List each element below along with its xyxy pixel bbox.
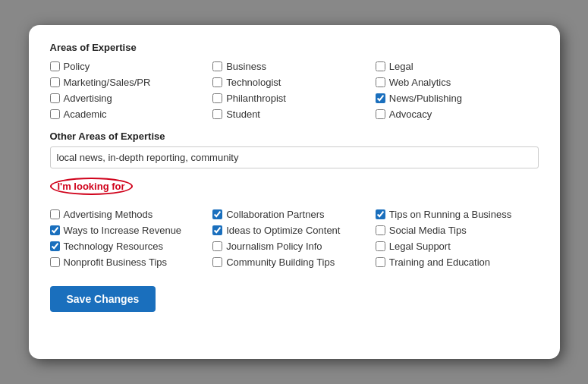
looking-for-checkbox[interactable]: [212, 241, 222, 251]
looking-for-checkbox[interactable]: [212, 209, 222, 219]
checkbox-item: Policy: [50, 61, 213, 72]
area-checkbox[interactable]: [376, 61, 385, 71]
area-checkbox[interactable]: [212, 93, 222, 103]
other-input[interactable]: [50, 146, 539, 168]
area-checkbox[interactable]: [50, 77, 60, 87]
looking-for-label-item: Social Media Tips: [389, 225, 467, 236]
checkbox-item: Academic: [50, 109, 213, 120]
checkbox-item: Technology Resources: [50, 241, 213, 252]
area-checkbox[interactable]: [376, 109, 385, 119]
looking-for-label-item: Nonprofit Business Tips: [64, 257, 168, 268]
areas-title: Areas of Expertise: [50, 42, 539, 53]
area-checkbox[interactable]: [50, 61, 60, 71]
area-label: Student: [226, 109, 260, 120]
checkbox-item: Ideas to Optimize Content: [212, 225, 376, 236]
area-label: Legal: [389, 61, 413, 72]
looking-for-checkbox[interactable]: [50, 225, 60, 235]
looking-for-label-item: Technology Resources: [64, 241, 164, 252]
other-label: Other Areas of Expertise: [50, 131, 539, 142]
area-label: Web Analytics: [389, 77, 451, 88]
checkbox-item: Student: [212, 109, 376, 120]
checkbox-item: Journalism Policy Info: [212, 241, 376, 252]
looking-for-grid: Advertising MethodsCollaboration Partner…: [50, 209, 539, 268]
checkbox-item: Advertising Methods: [50, 209, 213, 220]
area-checkbox[interactable]: [212, 61, 222, 71]
looking-for-checkbox[interactable]: [212, 257, 222, 267]
checkbox-item: Collaboration Partners: [212, 209, 376, 220]
checkbox-item: Tips on Running a Business: [376, 209, 539, 220]
areas-grid: PolicyBusinessLegalMarketing/Sales/PRTec…: [50, 61, 539, 120]
checkbox-item: Community Building Tips: [212, 257, 376, 268]
area-checkbox[interactable]: [376, 93, 385, 103]
checkbox-item: Social Media Tips: [376, 225, 539, 236]
area-label: Philanthropist: [226, 93, 286, 104]
looking-for-label-item: Tips on Running a Business: [389, 209, 511, 220]
checkbox-item: Training and Education: [376, 257, 539, 268]
save-button[interactable]: Save Changes: [50, 286, 156, 312]
area-label: Academic: [64, 109, 107, 120]
checkbox-item: Web Analytics: [376, 77, 539, 88]
looking-for-label-item: Community Building Tips: [226, 257, 335, 268]
checkbox-item: Legal Support: [376, 241, 539, 252]
checkbox-item: Business: [212, 61, 376, 72]
looking-for-label-item: Ways to Increase Revenue: [64, 225, 182, 236]
checkbox-item: Ways to Increase Revenue: [50, 225, 213, 236]
looking-for-checkbox[interactable]: [50, 209, 60, 219]
looking-for-checkbox[interactable]: [376, 241, 385, 251]
checkbox-item: Advertising: [50, 93, 213, 104]
checkbox-item: Marketing/Sales/PR: [50, 77, 213, 88]
checkbox-item: Legal: [376, 61, 539, 72]
area-checkbox[interactable]: [376, 77, 385, 87]
area-checkbox[interactable]: [50, 93, 60, 103]
area-label: Business: [226, 61, 266, 72]
looking-for-label-item: Ideas to Optimize Content: [226, 225, 340, 236]
area-label: Technologist: [226, 77, 281, 88]
area-checkbox[interactable]: [50, 109, 60, 119]
area-label: Marketing/Sales/PR: [64, 77, 151, 88]
looking-for-label: I'm looking for: [50, 178, 133, 195]
area-label: Advertising: [64, 93, 112, 104]
looking-for-label-item: Journalism Policy Info: [226, 241, 322, 252]
looking-for-checkbox[interactable]: [376, 209, 385, 219]
main-card: Areas of Expertise PolicyBusinessLegalMa…: [29, 25, 560, 359]
looking-for-checkbox[interactable]: [212, 225, 222, 235]
checkbox-item: Philanthropist: [212, 93, 376, 104]
looking-for-label-item: Legal Support: [389, 241, 451, 252]
looking-for-checkbox[interactable]: [50, 241, 60, 251]
area-label: Policy: [64, 61, 90, 72]
looking-for-label-item: Collaboration Partners: [226, 209, 324, 220]
checkbox-item: Advocacy: [376, 109, 539, 120]
area-label: Advocacy: [389, 109, 432, 120]
area-checkbox[interactable]: [212, 109, 222, 119]
checkbox-item: News/Publishing: [376, 93, 539, 104]
looking-for-label-item: Advertising Methods: [64, 209, 153, 220]
looking-for-checkbox[interactable]: [50, 257, 60, 267]
checkbox-item: Nonprofit Business Tips: [50, 257, 213, 268]
area-label: News/Publishing: [389, 93, 462, 104]
checkbox-item: Technologist: [212, 77, 376, 88]
looking-for-checkbox[interactable]: [376, 225, 385, 235]
looking-for-label-item: Training and Education: [389, 257, 490, 268]
area-checkbox[interactable]: [212, 77, 222, 87]
looking-for-checkbox[interactable]: [376, 257, 385, 267]
